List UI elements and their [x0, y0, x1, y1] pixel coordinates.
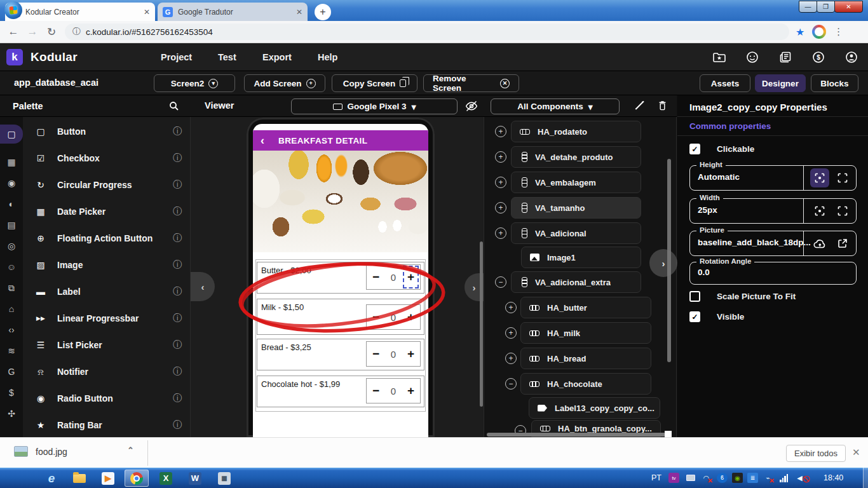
- row-chocolate[interactable]: Chocolate hot - $1,99 − 0 +: [257, 376, 424, 407]
- category-utilities-icon[interactable]: ⌂: [0, 301, 23, 317]
- tray-display-icon[interactable]: [685, 473, 696, 483]
- row-milk[interactable]: Milk - $1,50 − 0 +: [257, 299, 424, 335]
- menu-help[interactable]: Help: [318, 52, 337, 62]
- minus-button[interactable]: −: [372, 347, 379, 361]
- collapse-icon[interactable]: −: [495, 276, 506, 288]
- plus-button-selected[interactable]: +: [407, 270, 414, 284]
- browser-menu-icon[interactable]: ⋮: [834, 26, 844, 37]
- tray-bluetooth-icon[interactable]: ϐ: [717, 473, 728, 483]
- info-icon[interactable]: ⓘ: [173, 313, 182, 324]
- upload-cloud-icon[interactable]: [810, 234, 829, 253]
- fill-parent-icon[interactable]: [833, 168, 852, 187]
- plus-button[interactable]: +: [407, 384, 414, 398]
- expand-icon[interactable]: +: [495, 151, 506, 163]
- palette-item-list-picker[interactable]: ☰List Pickerⓘ: [23, 332, 191, 358]
- percent-mode-icon[interactable]: [810, 201, 829, 220]
- tray-volume-muted-icon[interactable]: ◀⃠: [794, 473, 805, 483]
- taskbar-chrome-active[interactable]: [125, 470, 149, 487]
- bookmark-star-icon[interactable]: ★: [796, 26, 804, 38]
- community-icon[interactable]: [745, 50, 760, 65]
- fill-parent-icon[interactable]: [833, 201, 852, 220]
- tray-app-icon[interactable]: tv: [668, 473, 679, 483]
- info-icon[interactable]: ⓘ: [173, 233, 182, 244]
- minus-button[interactable]: −: [372, 384, 379, 398]
- picture-value[interactable]: baseline_add_black_18dp...: [698, 238, 811, 247]
- tree-item-va-adicional[interactable]: VA_adicional: [511, 222, 641, 244]
- tray-nvidia-icon[interactable]: ◉: [732, 473, 743, 483]
- plus-button[interactable]: +: [407, 347, 414, 361]
- taskbar-media-player[interactable]: ▶: [98, 471, 118, 485]
- device-selector-button[interactable]: Google Pixel 3 ▾: [291, 98, 458, 114]
- tab-kodular-creator[interactable]: k Kodular Creator ✕: [5, 3, 155, 21]
- tab-close-icon[interactable]: ✕: [144, 8, 150, 17]
- menu-project[interactable]: Project: [161, 52, 192, 62]
- info-icon[interactable]: ⓘ: [173, 286, 182, 297]
- tree-item-ha-chocolate[interactable]: HA_chocolate: [520, 373, 651, 395]
- plus-button[interactable]: +: [407, 310, 414, 324]
- show-desktop-button[interactable]: [863, 468, 868, 488]
- info-icon[interactable]: ⓘ: [173, 179, 182, 191]
- palette-item-checkbox[interactable]: ☑Checkboxⓘ: [23, 145, 191, 172]
- minus-button[interactable]: −: [372, 310, 379, 324]
- menu-export[interactable]: Export: [262, 52, 292, 62]
- taskbar-calculator[interactable]: ▦: [215, 471, 234, 485]
- language-indicator[interactable]: PT: [651, 473, 661, 482]
- tree-horizontal-scrollbar[interactable]: [487, 433, 666, 437]
- maximize-button[interactable]: ❐: [817, 1, 835, 13]
- tree-item-va-tamanho[interactable]: VA_tamanho: [511, 197, 641, 219]
- common-properties-link[interactable]: Common properties: [689, 121, 771, 131]
- account-icon[interactable]: [844, 50, 859, 65]
- minimize-button[interactable]: —: [799, 1, 817, 13]
- palette-item-fab[interactable]: ⊕Floating Action Buttonⓘ: [23, 225, 191, 252]
- blocks-button[interactable]: Blocks: [811, 74, 858, 92]
- expand-icon[interactable]: +: [505, 327, 517, 339]
- scale-picture-checkbox[interactable]: [689, 291, 700, 302]
- palette-item-linear-progressbar[interactable]: ▶▶Linear Progressbarⓘ: [23, 305, 191, 332]
- visible-checkbox[interactable]: ✓: [689, 311, 700, 322]
- info-icon[interactable]: ⓘ: [173, 152, 182, 164]
- expand-icon[interactable]: +: [495, 177, 506, 188]
- palette-item-button[interactable]: ▢Buttonⓘ: [23, 118, 191, 145]
- taskbar-internet-explorer[interactable]: e: [42, 471, 61, 485]
- palette-item-rating-bar[interactable]: ★Rating Barⓘ: [23, 412, 191, 438]
- page-info-icon[interactable]: ⓘ: [72, 26, 81, 37]
- close-shelf-icon[interactable]: ✕: [852, 447, 860, 458]
- category-google-icon[interactable]: G: [0, 363, 23, 380]
- collapse-icon[interactable]: −: [505, 378, 517, 390]
- assets-button[interactable]: Assets: [700, 74, 750, 92]
- expand-icon[interactable]: +: [505, 353, 517, 364]
- forward-icon[interactable]: →: [23, 25, 42, 38]
- new-tab-button[interactable]: +: [315, 4, 331, 20]
- collapse-palette-handle[interactable]: ‹: [191, 272, 215, 301]
- category-connectivity-icon[interactable]: ‹›: [0, 322, 23, 338]
- info-icon[interactable]: ⓘ: [173, 366, 182, 377]
- expand-icon[interactable]: +: [495, 227, 506, 239]
- palette-item-radio-button[interactable]: ◉Radio Buttonⓘ: [23, 385, 191, 412]
- category-drawing-icon[interactable]: ◐: [0, 196, 23, 212]
- breakfast-image[interactable]: [253, 151, 428, 252]
- percent-mode-icon[interactable]: [810, 168, 829, 187]
- expand-icon[interactable]: +: [495, 202, 506, 214]
- tray-signal-icon[interactable]: [778, 473, 789, 483]
- tree-item-ha-butter[interactable]: HA_butter: [520, 297, 651, 318]
- tree-item-va-adicional-extra[interactable]: VA_adicional_extra: [511, 271, 641, 293]
- category-user-interface-icon[interactable]: ▢: [0, 125, 23, 144]
- designer-button[interactable]: Designer: [755, 74, 806, 92]
- download-filename[interactable]: food.jpg: [36, 447, 67, 457]
- tray-power-plug-icon[interactable]: ⌁✕: [763, 473, 773, 483]
- category-storage-icon[interactable]: ⧉: [0, 280, 23, 296]
- profile-avatar[interactable]: [812, 25, 826, 39]
- info-icon[interactable]: ⓘ: [173, 339, 182, 351]
- components-filter-dropdown[interactable]: All Components ▾: [491, 98, 620, 114]
- palette-item-date-picker[interactable]: ▦Date Pickerⓘ: [23, 198, 191, 225]
- tree-item-va-detahe-produto[interactable]: VA_detahe_produto: [511, 146, 641, 168]
- palette-item-notifier[interactable]: ⍾Notifierⓘ: [23, 358, 191, 385]
- category-lego-icon[interactable]: ≋: [0, 342, 23, 359]
- palette-item-image[interactable]: ▨Imageⓘ: [23, 252, 191, 278]
- gallery-icon[interactable]: [712, 50, 727, 65]
- screen-selector-button[interactable]: Screen2 ▾: [154, 74, 235, 92]
- category-maps-icon[interactable]: ▤: [0, 217, 23, 233]
- show-all-downloads-button[interactable]: Exibir todos: [786, 445, 846, 462]
- reload-icon[interactable]: ↻: [42, 25, 61, 39]
- tree-item-ha-rodateto[interactable]: HA_rodateto: [511, 121, 641, 142]
